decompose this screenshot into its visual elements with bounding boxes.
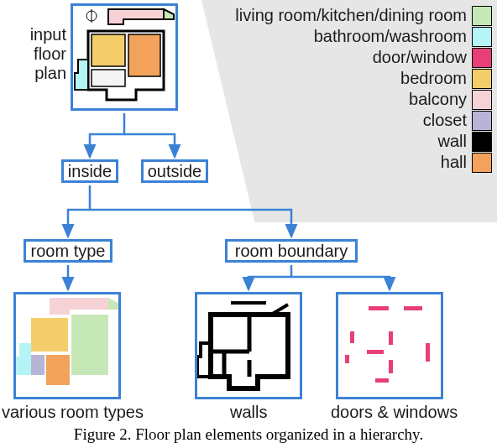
thumb-input-floor-plan	[71, 3, 178, 111]
doorswindows-icon	[338, 294, 441, 397]
floorplan-icon	[73, 6, 175, 108]
swatch-bedroom	[472, 69, 492, 89]
legend-label: hall	[441, 153, 467, 172]
legend-row: balcony	[235, 89, 492, 110]
legend-label: bedroom	[400, 69, 467, 88]
swatch-door	[472, 48, 492, 68]
node-label: room type	[31, 242, 106, 261]
svg-rect-24	[404, 306, 422, 310]
svg-rect-29	[426, 343, 430, 362]
svg-rect-5	[92, 70, 125, 86]
thumb-doors-windows	[336, 292, 443, 399]
legend-row: living room/kitchen/dining room	[235, 5, 492, 26]
svg-rect-12	[46, 355, 70, 385]
svg-rect-31	[345, 355, 349, 363]
node-label: inside	[68, 162, 112, 181]
walls-icon	[197, 294, 300, 397]
svg-rect-27	[367, 350, 384, 354]
node-room-type: room type	[24, 239, 112, 263]
swatch-bathroom	[472, 27, 492, 47]
legend: living room/kitchen/dining room bathroom…	[235, 5, 492, 173]
swatch-balcony	[472, 90, 492, 110]
thumb-walls	[195, 292, 302, 399]
legend-row: bathroom/washroom	[235, 26, 492, 47]
legend-label: living room/kitchen/dining room	[235, 6, 467, 25]
legend-label: closet	[423, 111, 467, 130]
svg-rect-22	[338, 294, 441, 397]
svg-rect-11	[71, 315, 108, 375]
figure-caption: Figure 2. Floor plan elements organized …	[0, 425, 497, 444]
node-room-boundary: room boundary	[225, 239, 358, 263]
legend-row: bedroom	[235, 68, 492, 89]
label-walls: walls	[230, 403, 267, 422]
swatch-hall	[472, 153, 492, 173]
node-label: outside	[148, 162, 202, 181]
svg-rect-26	[350, 331, 354, 343]
roomtypes-icon	[16, 294, 118, 397]
node-inside: inside	[61, 159, 118, 183]
svg-rect-23	[369, 306, 389, 310]
svg-rect-28	[389, 360, 393, 373]
legend-label: door/window	[373, 48, 467, 67]
legend-row: wall	[235, 131, 492, 152]
swatch-wall	[472, 132, 492, 152]
label-various-room-types: various room types	[2, 403, 144, 422]
legend-label: balcony	[409, 90, 467, 109]
svg-rect-13	[31, 355, 44, 375]
legend-row: door/window	[235, 47, 492, 68]
legend-label: wall	[438, 132, 467, 151]
swatch-closet	[472, 111, 492, 131]
label-input-floor-plan: input floor plan	[3, 25, 66, 83]
svg-rect-25	[389, 331, 393, 345]
node-label: room boundary	[235, 242, 348, 261]
swatch-livingroom	[472, 6, 492, 26]
svg-rect-10	[31, 318, 68, 352]
thumb-room-types	[13, 292, 121, 399]
figure-canvas: living room/kitchen/dining room bathroom…	[0, 0, 497, 424]
legend-label: bathroom/washroom	[314, 27, 467, 46]
label-doors-windows: doors & windows	[331, 403, 458, 422]
legend-row: closet	[235, 110, 492, 131]
node-outside: outside	[141, 159, 208, 183]
legend-row: hall	[235, 152, 492, 173]
svg-rect-30	[375, 378, 389, 383]
svg-rect-4	[128, 34, 160, 76]
svg-rect-3	[92, 34, 125, 66]
